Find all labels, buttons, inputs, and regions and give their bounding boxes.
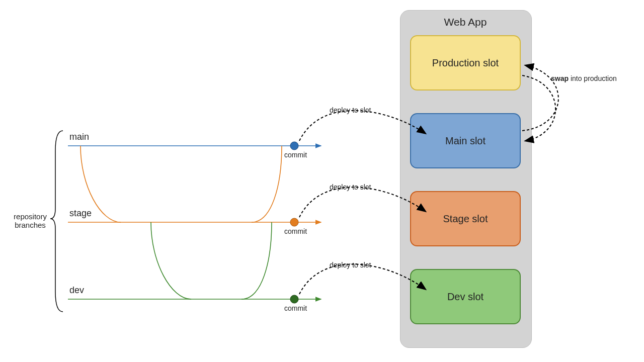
deploy-arc-stage (299, 187, 425, 217)
diagram-svg (0, 0, 644, 362)
merge-stage-to-dev-down (151, 222, 191, 299)
commit-dot-stage (290, 218, 298, 226)
commit-dot-main (290, 142, 298, 150)
commit-dot-dev (290, 295, 298, 303)
deploy-arc-main (299, 111, 425, 141)
swap-arc-down (522, 75, 555, 141)
merge-dev-to-stage-up (242, 222, 272, 299)
deploy-arc-dev (299, 264, 425, 294)
brace (50, 131, 63, 312)
merge-main-to-stage-down (80, 146, 121, 222)
merge-stage-to-main-up (252, 146, 282, 222)
